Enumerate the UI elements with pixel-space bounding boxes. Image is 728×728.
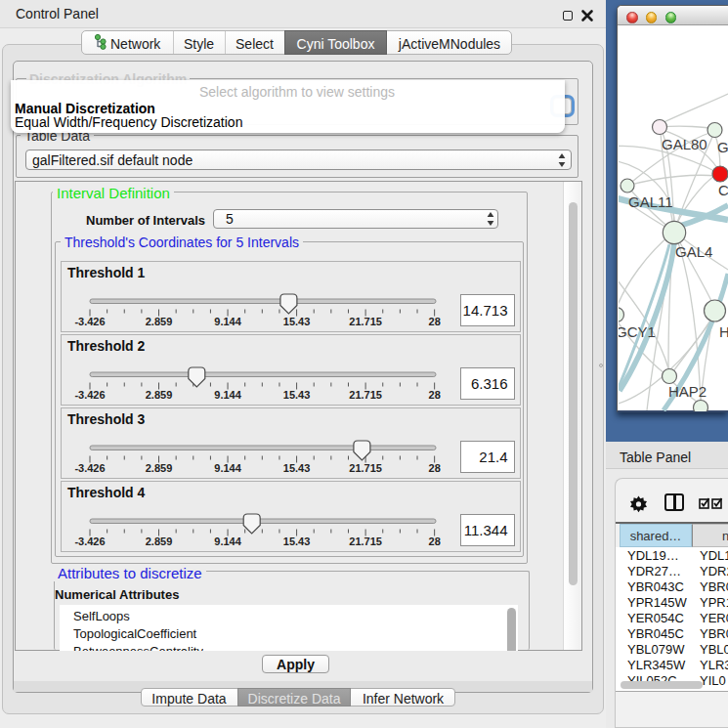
svg-text:9.144: 9.144 <box>214 462 241 474</box>
svg-text:H: H <box>719 323 728 340</box>
svg-text:28: 28 <box>429 535 441 547</box>
svg-text:GAL4: GAL4 <box>675 243 712 260</box>
svg-text:15.43: 15.43 <box>283 389 311 401</box>
svg-text:-3.426: -3.426 <box>74 389 105 401</box>
svg-text:2.859: 2.859 <box>146 316 173 327</box>
svg-text:9.144: 9.144 <box>214 316 241 327</box>
svg-text:-3.426: -3.426 <box>74 316 105 327</box>
svg-text:GAL11: GAL11 <box>628 193 673 210</box>
svg-text:15.43: 15.43 <box>283 462 311 474</box>
svg-text:9.144: 9.144 <box>214 535 241 547</box>
svg-text:21.715: 21.715 <box>349 389 382 401</box>
svg-text:-3.426: -3.426 <box>74 535 105 547</box>
svg-text:HAP2: HAP2 <box>668 383 707 400</box>
svg-text:21.715: 21.715 <box>349 462 382 474</box>
svg-text:GA: GA <box>717 139 728 155</box>
svg-text:2.859: 2.859 <box>146 389 173 401</box>
svg-text:28: 28 <box>429 316 441 327</box>
svg-text:2.859: 2.859 <box>146 462 173 474</box>
svg-text:28: 28 <box>429 462 441 474</box>
svg-text:2.859: 2.859 <box>146 535 173 547</box>
svg-text:15.43: 15.43 <box>283 316 311 327</box>
svg-text:21.715: 21.715 <box>349 535 382 547</box>
svg-text:9.144: 9.144 <box>214 389 241 401</box>
svg-text:-3.426: -3.426 <box>74 462 105 474</box>
svg-text:C: C <box>718 182 728 198</box>
svg-text:21.715: 21.715 <box>349 316 382 327</box>
svg-text:GCY1: GCY1 <box>619 323 656 340</box>
svg-text:15.43: 15.43 <box>283 535 311 547</box>
svg-text:28: 28 <box>429 389 441 401</box>
svg-text:GAL80: GAL80 <box>662 136 707 152</box>
